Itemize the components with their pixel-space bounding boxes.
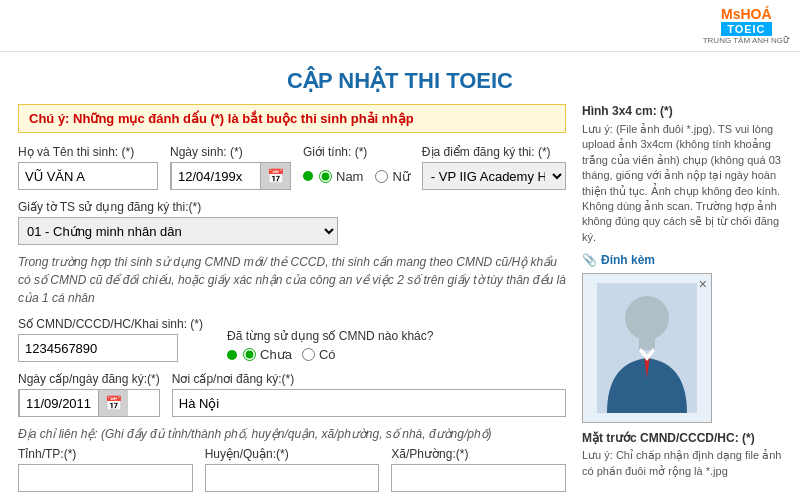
so-cmnd-label: Số CMND/CCCD/HC/Khai sinh: (*): [18, 317, 203, 331]
svg-rect-2: [639, 338, 655, 350]
gioi-tinh-nu-option[interactable]: Nữ: [375, 169, 409, 184]
huyen-group: Huyện/Quận:(*): [205, 447, 380, 492]
notice-box: Chú ý: Những mục đánh dấu (*) là bắt buộ…: [18, 104, 566, 133]
ngay-cap-calendar-icon[interactable]: 📅: [99, 390, 128, 416]
gioi-tinh-group: Giới tính: (*) Nam Nữ: [303, 145, 410, 190]
ho-ten-input[interactable]: [18, 162, 158, 190]
chua-label: Chưa: [260, 347, 292, 362]
dinh-kem-title: 📎 Đính kèm: [582, 253, 782, 267]
dia-diem-label: Địa điểm đăng ký thi: (*): [422, 145, 566, 159]
gioi-tinh-nam-radio[interactable]: [319, 170, 332, 183]
logo-hoa-text: HOÁ: [741, 6, 772, 22]
nu-label: Nữ: [392, 169, 409, 184]
tinh-label: Tỉnh/TP:(*): [18, 447, 193, 461]
so-cmnd-input[interactable]: [18, 334, 178, 362]
dia-diem-group: Địa điểm đăng ký thi: (*) - VP IIG Acade…: [422, 145, 566, 190]
notice-text: Chú ý: Những mục đánh dấu (*) là bắt buộ…: [29, 111, 414, 126]
nam-label: Nam: [336, 169, 363, 184]
ngay-cap-row: Ngày cấp/ngày đăng ký:(*) 📅 Nơi cấp/nơi …: [18, 372, 566, 417]
so-cmnd-row: Số CMND/CCCD/HC/Khai sinh: (*) Đã từng s…: [18, 317, 566, 362]
logo-subtitle: TRUNG TÂM ANH NGỮ: [703, 36, 790, 45]
da-tung-co-radio[interactable]: [302, 348, 315, 361]
ngay-cap-input[interactable]: [19, 389, 99, 417]
huyen-input[interactable]: [205, 464, 380, 492]
ho-ten-group: Họ và Tên thi sinh: (*): [18, 145, 158, 190]
da-tung-radio-group: Chưa Có: [227, 347, 433, 362]
close-icon[interactable]: ×: [699, 276, 707, 292]
co-label: Có: [319, 347, 336, 362]
da-tung-chua-option[interactable]: Chưa: [227, 347, 292, 362]
gioi-tinh-radio-group: Nam Nữ: [303, 162, 410, 190]
noi-cap-group: Nơi cấp/nơi đăng ký:(*): [172, 372, 566, 417]
dia-diem-select[interactable]: - VP IIG Academy Hà ...: [422, 162, 566, 190]
tinh-row: Tỉnh/TP:(*) Huyện/Quận:(*) Xã/Phường:(*): [18, 447, 566, 492]
paperclip-icon: 📎: [582, 253, 597, 267]
gioi-tinh-nu-radio[interactable]: [375, 170, 388, 183]
ngay-sinh-group: Ngày sinh: (*) 📅: [170, 145, 291, 190]
top-bar: MsHOÁ TOEIC TRUNG TÂM ANH NGỮ: [0, 0, 800, 52]
giay-to-section: Giấy tờ TS sử dụng đăng ký thi:(*) 01 - …: [18, 200, 566, 245]
xa-label: Xã/Phường:(*): [391, 447, 566, 461]
giay-to-label: Giấy tờ TS sử dụng đăng ký thi:(*): [18, 200, 566, 214]
ngay-sinh-input[interactable]: [171, 162, 261, 190]
right-panel: Hình 3x4 cm: (*) Lưu ý: (File ảnh đuôi *…: [582, 104, 782, 500]
logo-mshoа: MsHOÁ: [721, 6, 772, 22]
tinh-input[interactable]: [18, 464, 193, 492]
logo: MsHOÁ TOEIC TRUNG TÂM ANH NGỮ: [703, 6, 790, 45]
ngay-sinh-wrap: 📅: [170, 162, 291, 190]
main-container: Chú ý: Những mục đánh dấu (*) là bắt buộ…: [0, 104, 800, 500]
so-cmnd-group: Số CMND/CCCD/HC/Khai sinh: (*): [18, 317, 203, 362]
green-dot-icon: [303, 171, 313, 181]
svg-point-1: [625, 296, 669, 340]
giay-to-select[interactable]: 01 - Chứng minh nhân dân: [18, 217, 338, 245]
da-tung-chua-radio[interactable]: [243, 348, 256, 361]
mat-truoc-title: Mặt trước CMND/CCCD/HC: (*): [582, 431, 782, 445]
tinh-group: Tỉnh/TP:(*): [18, 447, 193, 492]
huyen-label: Huyện/Quận:(*): [205, 447, 380, 461]
green-dot-chua-icon: [227, 350, 237, 360]
logo-ms-text: Ms: [721, 6, 740, 22]
mat-truoc-note: Lưu ý: Chỉ chấp nhận định dạng file ảnh …: [582, 448, 782, 479]
noi-cap-label: Nơi cấp/nơi đăng ký:(*): [172, 372, 566, 386]
xa-group: Xã/Phường:(*): [391, 447, 566, 492]
ngay-sinh-label: Ngày sinh: (*): [170, 145, 291, 159]
ngay-cap-group: Ngày cấp/ngày đăng ký:(*) 📅: [18, 372, 160, 417]
left-panel: Chú ý: Những mục đánh dấu (*) là bắt buộ…: [18, 104, 566, 500]
dia-chi-label: Địa chỉ liên hệ: (Ghi đầy đủ tỉnh/thành …: [18, 427, 566, 441]
da-tung-label: Đã từng sử dụng số CMND nào khác?: [227, 329, 433, 343]
ngay-cap-wrap: 📅: [18, 389, 160, 417]
page-title: CẬP NHẬT THI TOEIC: [0, 52, 800, 104]
calendar-icon[interactable]: 📅: [261, 163, 290, 189]
noi-cap-input[interactable]: [172, 389, 566, 417]
hinh-note: Lưu ý: (File ảnh đuôi *.jpg). TS vui lòn…: [582, 122, 782, 245]
ho-ten-label: Họ và Tên thi sinh: (*): [18, 145, 158, 159]
gioi-tinh-nam-option[interactable]: Nam: [303, 169, 363, 184]
xa-input[interactable]: [391, 464, 566, 492]
gioi-tinh-label: Giới tính: (*): [303, 145, 410, 159]
logo-toeic-badge: TOEIC: [721, 22, 771, 36]
da-tung-co-option[interactable]: Có: [302, 347, 336, 362]
row-basic-info: Họ và Tên thi sinh: (*) Ngày sinh: (*) 📅…: [18, 145, 566, 190]
photo-upload-area[interactable]: ×: [582, 273, 712, 423]
da-tung-group: Đã từng sử dụng số CMND nào khác? Chưa C…: [227, 329, 433, 362]
hinh-title: Hình 3x4 cm: (*): [582, 104, 782, 118]
info-text: Trong trường hợp thi sinh sử dụng CMND m…: [18, 253, 566, 307]
person-placeholder-icon: [597, 283, 697, 413]
ngay-cap-label: Ngày cấp/ngày đăng ký:(*): [18, 372, 160, 386]
